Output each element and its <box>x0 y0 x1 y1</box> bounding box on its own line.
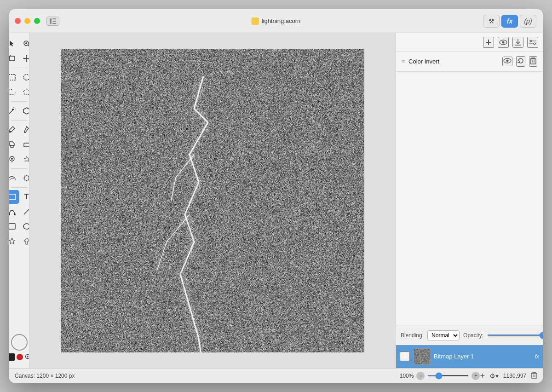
canvas-image <box>61 49 364 352</box>
zoom-slider-wrap <box>427 375 469 376</box>
svg-marker-16 <box>23 58 24 59</box>
filter-name: Color Invert <box>408 58 499 65</box>
ellipse-shape-tool[interactable] <box>19 219 30 233</box>
svg-point-22 <box>12 109 14 110</box>
lasso-tool[interactable] <box>9 85 19 99</box>
tool-divider-4 <box>11 168 28 169</box>
move-tool[interactable] <box>19 52 30 65</box>
background-color-swatch[interactable] <box>17 354 23 360</box>
titlebar-right: ⚒ fx (p) <box>483 15 536 28</box>
clone-stamp-tool[interactable] <box>9 152 19 166</box>
arrow-shape-tool[interactable] <box>19 234 30 248</box>
bezier-tool[interactable] <box>9 205 19 219</box>
params-button[interactable]: (p) <box>520 15 536 28</box>
add-filter-button[interactable] <box>483 37 494 48</box>
left-toolbar: T <box>9 33 29 368</box>
canvas-area[interactable] <box>29 33 396 368</box>
tools-button[interactable]: ⚒ <box>483 15 500 28</box>
heal-tool[interactable] <box>19 152 30 166</box>
titlebar-center: ⚡ lightning.acorn <box>252 17 301 25</box>
foreground-color-swatch[interactable] <box>9 353 15 361</box>
blending-row: Blending: Normal Multiply Screen Overlay… <box>396 325 543 345</box>
visibility-button[interactable] <box>498 37 509 48</box>
sidebar-toggle-button[interactable] <box>46 17 59 26</box>
sharpen-tool[interactable] <box>19 171 30 185</box>
svg-point-55 <box>502 41 505 43</box>
svg-marker-14 <box>26 55 28 56</box>
add-layer-button[interactable]: + <box>480 372 485 380</box>
minimize-button[interactable] <box>24 18 30 24</box>
window-controls <box>15 18 40 24</box>
filter-delete-button[interactable] <box>529 56 537 67</box>
svg-line-39 <box>24 180 25 181</box>
tool-divider-2 <box>11 101 28 102</box>
poly-lasso-tool[interactable] <box>19 85 30 99</box>
delete-layer-button[interactable] <box>531 371 537 380</box>
star-tool[interactable] <box>9 234 19 248</box>
zoom-percentage: 100% <box>396 373 414 379</box>
svg-point-29 <box>11 158 13 160</box>
svg-rect-66 <box>530 59 536 64</box>
drag-handle-icon: ≡ <box>402 58 405 65</box>
svg-rect-18 <box>9 75 15 80</box>
main-canvas[interactable] <box>61 49 364 352</box>
svg-marker-4 <box>10 40 14 46</box>
svg-rect-44 <box>9 224 15 229</box>
tool-divider-1 <box>11 68 28 68</box>
pen-tool[interactable] <box>19 123 30 137</box>
eyedropper-tool[interactable] <box>9 123 19 137</box>
titlebar: ⚡ lightning.acorn ⚒ fx (p) <box>9 9 543 33</box>
color-select-tool[interactable] <box>19 104 30 118</box>
window-title: lightning.acorn <box>262 17 301 24</box>
crop-tool[interactable] <box>9 52 19 65</box>
svg-line-21 <box>9 110 13 114</box>
layer-settings-button[interactable]: ⚙▾ <box>489 372 499 380</box>
layer-row[interactable]: Bitmap Layer 1 fx <box>396 345 543 368</box>
svg-point-45 <box>23 224 30 229</box>
opacity-slider[interactable] <box>487 334 543 336</box>
svg-marker-47 <box>24 238 29 244</box>
color-swatches[interactable] <box>9 353 29 361</box>
paint-bucket-tool[interactable] <box>9 138 19 151</box>
layer-fx-badge[interactable]: fx <box>535 353 539 360</box>
zoom-in-button[interactable]: + <box>472 372 480 380</box>
main-area: T <box>9 33 543 368</box>
close-button[interactable] <box>15 18 21 24</box>
blur-tool[interactable] <box>9 171 19 185</box>
rect-select-tool[interactable] <box>9 70 19 84</box>
main-window: ⚡ lightning.acorn ⚒ fx (p) <box>9 9 543 383</box>
svg-line-37 <box>28 180 29 181</box>
maximize-button[interactable] <box>34 18 40 24</box>
opacity-label: Opacity: <box>463 332 483 339</box>
right-panel-toolbar <box>396 33 543 52</box>
layer-visibility-button[interactable] <box>400 352 410 361</box>
blending-select[interactable]: Normal Multiply Screen Overlay <box>427 330 460 340</box>
filter-visibility-button[interactable] <box>502 57 512 66</box>
file-icon: ⚡ <box>252 17 259 25</box>
line-tool[interactable] <box>19 205 30 219</box>
zoom-out-button[interactable]: − <box>416 372 425 380</box>
filter-content-area <box>396 72 543 325</box>
zoom-magnifier-icon[interactable] <box>25 354 30 360</box>
effects-button[interactable]: fx <box>501 15 518 28</box>
text-tool[interactable]: T <box>19 190 30 204</box>
rect-shape-tool[interactable] <box>9 219 19 233</box>
filter-settings-button[interactable] <box>527 37 538 48</box>
magic-wand-tool[interactable] <box>9 104 19 118</box>
bottom-right-controls: + ⚙▾ 1130,997 <box>480 371 537 380</box>
zoom-slider[interactable] <box>427 375 469 376</box>
svg-line-38 <box>28 176 29 177</box>
download-button[interactable] <box>512 37 523 48</box>
svg-rect-27 <box>24 143 29 147</box>
filter-reset-button[interactable] <box>516 56 525 67</box>
arrow-tool[interactable] <box>9 37 19 51</box>
shape-rect-tool[interactable] <box>9 190 19 204</box>
svg-point-71 <box>404 355 406 357</box>
svg-rect-40 <box>9 194 16 200</box>
ellipse-select-tool[interactable] <box>19 70 30 84</box>
eraser-tool[interactable] <box>19 138 30 151</box>
svg-marker-15 <box>26 61 28 62</box>
zoom-tool[interactable] <box>19 37 30 51</box>
filter-section: ≡ Color Invert <box>396 52 543 72</box>
svg-point-59 <box>534 43 535 45</box>
